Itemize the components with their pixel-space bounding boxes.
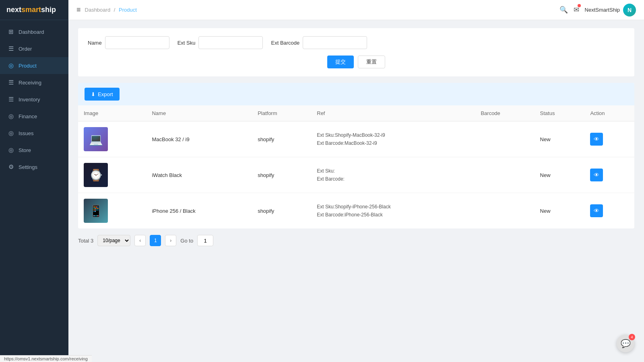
sidebar-item-order[interactable]: ☰ Order bbox=[0, 40, 68, 57]
view-action-button[interactable]: 👁 bbox=[590, 169, 603, 181]
filter-group-name: Name bbox=[88, 36, 169, 49]
cell-status: New bbox=[535, 193, 585, 229]
topbar-right: 🔍 ✉ NextSmartShip N bbox=[559, 4, 636, 16]
product-image-macbook bbox=[84, 127, 108, 151]
content-area: Name Ext Sku Ext Barcode 提交 重置 bbox=[68, 20, 644, 362]
goto-input[interactable] bbox=[197, 235, 213, 246]
chat-widget[interactable]: 💬 4 bbox=[617, 335, 634, 352]
cell-platform: shopify bbox=[252, 157, 311, 193]
pagination-total: Total 3 bbox=[78, 238, 93, 244]
cell-action: 👁 bbox=[584, 121, 634, 157]
table-row: MacBook 32 / i9shopifyExt Sku:Shopify-Ma… bbox=[78, 121, 634, 157]
cell-action: 👁 bbox=[584, 193, 634, 229]
filter-group-ext-barcode: Ext Barcode bbox=[271, 36, 367, 49]
logo-next: next bbox=[6, 6, 21, 14]
receiving-icon: ☰ bbox=[7, 79, 14, 86]
table-toolbar: ⬇ Export bbox=[78, 83, 634, 105]
logo-ship: ship bbox=[41, 6, 56, 14]
filter-card: Name Ext Sku Ext Barcode 提交 重置 bbox=[78, 28, 634, 76]
dashboard-icon: ⊞ bbox=[7, 28, 14, 35]
sidebar-label-order: Order bbox=[19, 46, 32, 52]
cell-ref: Ext Sku:Shopify-MacBook-32-i9Ext Barcode… bbox=[311, 121, 475, 157]
menu-icon[interactable]: ≡ bbox=[76, 6, 81, 14]
page-1-button[interactable]: 1 bbox=[150, 235, 161, 246]
cell-image bbox=[78, 157, 146, 193]
cell-status: New bbox=[535, 121, 585, 157]
ref-ext-sku: Ext Sku:Shopify-MacBook-32-i9 bbox=[317, 131, 469, 139]
breadcrumb-parent[interactable]: Dashboard bbox=[85, 7, 111, 13]
reset-button[interactable]: 重置 bbox=[358, 56, 385, 68]
ext-barcode-input[interactable] bbox=[303, 36, 367, 49]
cell-status: New bbox=[535, 157, 585, 193]
next-page-button[interactable]: › bbox=[165, 235, 176, 246]
chat-badge: 4 bbox=[629, 334, 635, 340]
finance-icon: ◎ bbox=[7, 113, 14, 120]
name-input[interactable] bbox=[105, 36, 169, 49]
main-content: ≡ Dashboard / Product 🔍 ✉ NextSmartShip … bbox=[68, 0, 644, 362]
ext-sku-input[interactable] bbox=[198, 36, 263, 49]
sidebar-item-issues[interactable]: ◎ Issues bbox=[0, 125, 68, 142]
sidebar-label-product: Product bbox=[19, 63, 37, 69]
sidebar-item-store[interactable]: ◎ Store bbox=[0, 142, 68, 158]
issues-icon: ◎ bbox=[7, 130, 14, 137]
cell-ref: Ext Sku:Shopify-iPhone-256-BlackExt Barc… bbox=[311, 193, 475, 229]
cell-ref: Ext Sku:Ext Barcode: bbox=[311, 157, 475, 193]
export-button[interactable]: ⬇ Export bbox=[85, 88, 120, 101]
col-ref: Ref bbox=[311, 105, 475, 121]
table-card: ⬇ Export Image Name Platform Ref Barcode… bbox=[78, 83, 634, 228]
mail-icon[interactable]: ✉ bbox=[574, 6, 579, 14]
filter-group-ext-sku: Ext Sku bbox=[178, 36, 263, 49]
breadcrumb: Dashboard / Product bbox=[85, 7, 137, 13]
logo-area: nextsmartship bbox=[0, 0, 68, 20]
breadcrumb-separator: / bbox=[114, 7, 116, 13]
topbar-left: ≡ Dashboard / Product bbox=[76, 6, 137, 14]
sidebar-label-store: Store bbox=[19, 147, 31, 153]
submit-button[interactable]: 提交 bbox=[327, 56, 354, 68]
table-row: iPhone 256 / BlackshopifyExt Sku:Shopify… bbox=[78, 193, 634, 229]
sidebar-nav: ⊞ Dashboard ☰ Order ◎ Product ☰ Receivin… bbox=[0, 20, 68, 362]
cell-action: 👁 bbox=[584, 157, 634, 193]
sidebar-item-finance[interactable]: ◎ Finance bbox=[0, 108, 68, 125]
view-action-button[interactable]: 👁 bbox=[590, 133, 603, 146]
user-avatar[interactable]: N bbox=[623, 4, 636, 16]
product-image-iwatch bbox=[84, 163, 108, 187]
ref-ext-barcode: Ext Barcode: bbox=[317, 175, 469, 183]
search-icon[interactable]: 🔍 bbox=[559, 6, 568, 14]
sidebar-label-issues: Issues bbox=[19, 130, 34, 136]
inventory-icon: ☰ bbox=[7, 96, 14, 103]
col-barcode: Barcode bbox=[475, 105, 534, 121]
cell-barcode bbox=[475, 157, 534, 193]
table-row: iWatch BlackshopifyExt Sku:Ext Barcode:N… bbox=[78, 157, 634, 193]
settings-icon: ⚙ bbox=[7, 163, 14, 171]
per-page-select[interactable]: 10/page 20/page 50/page bbox=[97, 235, 130, 246]
sidebar-label-finance: Finance bbox=[19, 113, 37, 119]
col-name: Name bbox=[146, 105, 252, 121]
col-platform: Platform bbox=[252, 105, 311, 121]
ref-ext-sku: Ext Sku: bbox=[317, 167, 469, 175]
prev-page-button[interactable]: ‹ bbox=[134, 235, 146, 246]
cell-image bbox=[78, 193, 146, 229]
sidebar-item-receiving[interactable]: ☰ Receiving bbox=[0, 74, 68, 91]
cell-platform: shopify bbox=[252, 121, 311, 157]
col-action: Action bbox=[584, 105, 634, 121]
cell-barcode bbox=[475, 193, 534, 229]
ref-ext-barcode: Ext Barcode:iPhone-256-Black bbox=[317, 211, 469, 219]
status-bar: https://omsv1.nextsmartship.com/receivin… bbox=[0, 355, 92, 362]
product-image-iphone bbox=[84, 199, 108, 223]
topbar: ≡ Dashboard / Product 🔍 ✉ NextSmartShip … bbox=[68, 0, 644, 20]
filter-actions: 提交 重置 bbox=[88, 56, 625, 68]
sidebar-label-dashboard: Dashboard bbox=[19, 29, 44, 35]
store-icon: ◎ bbox=[7, 146, 14, 154]
sidebar-item-dashboard[interactable]: ⊞ Dashboard bbox=[0, 23, 68, 40]
cell-barcode bbox=[475, 121, 534, 157]
sidebar-label-settings: Settings bbox=[19, 164, 37, 170]
view-action-button[interactable]: 👁 bbox=[590, 204, 603, 217]
breadcrumb-current: Product bbox=[119, 7, 137, 13]
sidebar-item-settings[interactable]: ⚙ Settings bbox=[0, 158, 68, 175]
sidebar-item-product[interactable]: ◎ Product bbox=[0, 57, 68, 74]
sidebar-item-inventory[interactable]: ☰ Inventory bbox=[0, 91, 68, 108]
col-status: Status bbox=[535, 105, 585, 121]
filter-row: Name Ext Sku Ext Barcode bbox=[88, 36, 625, 49]
cell-name: MacBook 32 / i9 bbox=[146, 121, 252, 157]
topbar-user: NextSmartShip N bbox=[585, 4, 636, 16]
